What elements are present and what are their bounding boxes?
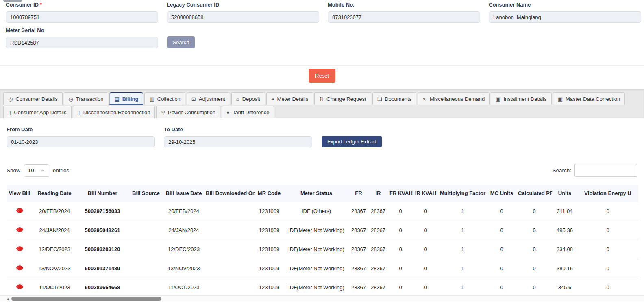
column-header-ir-kvah: IR KVAH — [413, 185, 438, 202]
cell-mc-units: 0 — [487, 221, 516, 240]
cell-multiplying-factor: 1 — [438, 259, 487, 278]
tab-label: Installment Details — [503, 96, 546, 102]
tab-label: Deposit — [242, 96, 260, 102]
cell-multiplying-factor: 1 — [438, 240, 487, 259]
tab-transaction[interactable]: ◷Transaction — [64, 92, 109, 105]
tab-consumer-app-details[interactable]: ▯Consumer App Details — [3, 106, 72, 118]
cell-reading-date: 20/FEB/2024 — [33, 202, 76, 221]
cell-multiplying-factor: 1 — [438, 221, 487, 240]
cell-ir-kvah: 0 — [413, 278, 438, 297]
column-header-units: Units — [552, 185, 577, 202]
cell-bill-source — [128, 240, 163, 259]
export-ledger-extract-button[interactable]: Export Ledger Extract — [322, 136, 382, 147]
view-bill-eye-icon[interactable] — [16, 265, 23, 270]
consumer-id-label-text: Consumer ID — [6, 2, 39, 8]
cell-multiplying-factor: 1 — [438, 202, 487, 221]
tab-tariff-difference[interactable]: ●Tariff Difference — [222, 106, 274, 118]
from-date-label: From Date — [7, 126, 155, 132]
consumer-id-label: Consumer ID* — [6, 2, 158, 8]
tab-label: Consumer App Details — [14, 109, 66, 115]
collection-icon: ▥ — [149, 96, 154, 102]
mobile-no-input[interactable] — [328, 11, 480, 23]
tab-label: Power Consumption — [168, 109, 215, 115]
gauge-icon: ◕ — [271, 96, 274, 102]
view-bill-cell — [7, 240, 33, 259]
column-header-fr: FR — [349, 185, 368, 202]
table-search-label: Search: — [552, 167, 571, 174]
show-label: Show — [7, 167, 20, 174]
tab-label: Collection — [157, 96, 181, 102]
column-header-reading-date: Reading Date — [33, 185, 76, 202]
from-date-input[interactable] — [7, 136, 155, 147]
scroll-left-arrow-icon[interactable]: ◂ — [7, 297, 9, 301]
scrollbar-thumb[interactable] — [11, 297, 161, 301]
cell-bill-issue-date: 13/NOV/2023 — [163, 259, 204, 278]
view-bill-eye-icon[interactable] — [16, 227, 23, 232]
consumer-search-form: Consumer ID* Legacy Consumer ID Mobile N… — [0, 0, 644, 48]
meter-serial-input[interactable] — [6, 37, 158, 48]
entries-label: entries — [53, 167, 70, 174]
billing-tab-panel: From Date To Date Export Ledger Extract … — [0, 118, 644, 297]
cell-violation-energy-units: 0 — [577, 240, 638, 259]
cell-bill-source — [128, 259, 163, 278]
view-bill-eye-icon[interactable] — [16, 208, 23, 213]
cell-meter-status: IDF(Meter Not Working) — [284, 259, 349, 278]
column-header-meter-status: Meter Status — [284, 185, 349, 202]
tab-billing[interactable]: ▤Billing — [109, 92, 143, 105]
meter-serial-label: Meter Serial No — [6, 27, 158, 33]
tab-row-secondary: ▯Consumer App Details▯Disconnection/Reco… — [3, 106, 641, 118]
tab-consumer-details[interactable]: ◎Consumer Details — [3, 92, 63, 105]
legacy-consumer-id-input[interactable] — [167, 11, 319, 23]
cell-ir-kvah: 0 — [413, 259, 438, 278]
tab-label: Meter Details — [277, 96, 309, 102]
cell-fr-kvah: 0 — [388, 240, 413, 259]
cell-violation-energy-units: 0 — [577, 221, 638, 240]
tab-miscellaneous-demand[interactable]: ∿Miscellaneous Demand — [418, 92, 490, 105]
tab-master-data-correction[interactable]: ▣Master Data Correction — [553, 92, 625, 105]
search-button[interactable]: Search — [167, 36, 195, 48]
tab-label: Billing — [122, 96, 139, 102]
tab-installment-details[interactable]: ▣Installment Details — [491, 92, 552, 105]
consumer-id-input[interactable] — [6, 11, 158, 23]
cell-fr: 28367 — [349, 221, 368, 240]
cell-calculated-pf: 0 — [516, 259, 552, 278]
tab-disconnection-reconnection[interactable]: ▯Disconnection/Reconnection — [73, 106, 155, 118]
cell-bill-number: 500289664668 — [76, 278, 128, 297]
column-header-mc-units: MC Units — [487, 185, 516, 202]
tab-collection[interactable]: ▥Collection — [144, 92, 185, 105]
to-date-input[interactable] — [164, 136, 312, 147]
reset-button[interactable]: Reset — [309, 69, 335, 83]
cell-bill-downloaded-on — [204, 240, 255, 259]
activity-icon: ∿ — [422, 96, 427, 102]
billing-table-body: 20/FEB/202450029715603320/FEB/2024123100… — [7, 202, 638, 297]
view-bill-cell — [7, 259, 33, 278]
tab-label: Transaction — [76, 96, 103, 102]
cell-bill-source — [128, 278, 163, 297]
to-date-field-group: To Date — [164, 126, 312, 147]
consumer-name-input[interactable] — [489, 11, 641, 23]
tab-adjustment[interactable]: ⊡Adjustment — [187, 92, 230, 105]
user-circle-icon: ◎ — [8, 96, 13, 102]
horizontal-scrollbar[interactable]: ◂ — [0, 295, 644, 301]
tab-deposit[interactable]: ⌂Deposit — [231, 92, 265, 105]
cell-bill-downloaded-on — [204, 202, 255, 221]
tab-change-request[interactable]: ⇅Change Request — [314, 92, 371, 105]
view-bill-eye-icon[interactable] — [16, 284, 23, 289]
cell-meter-status: IDF(Meter Not Working) — [284, 221, 349, 240]
view-bill-eye-icon[interactable] — [16, 246, 23, 251]
table-search-input[interactable] — [574, 164, 637, 177]
page-size-select[interactable]: 10 ⌄ — [24, 164, 49, 177]
cell-units: 311.04 — [552, 202, 577, 221]
column-header-calculated-pf: Calculated PF — [516, 185, 552, 202]
cell-bill-issue-date: 12/DEC/2023 — [163, 240, 204, 259]
cell-fr: 28367 — [349, 259, 368, 278]
cell-bill-source — [128, 202, 163, 221]
tab-label: Miscellaneous Demand — [430, 96, 485, 102]
tab-meter-details[interactable]: ◕Meter Details — [266, 92, 313, 105]
tab-documents[interactable]: ❏Documents — [372, 92, 416, 105]
tab-power-consumption[interactable]: ⚲Power Consumption — [156, 106, 220, 118]
cell-meter-status: IDF (Others) — [284, 202, 349, 221]
bill-icon: ▤ — [114, 96, 119, 102]
from-date-field-group: From Date — [7, 126, 155, 147]
to-date-label: To Date — [164, 126, 312, 132]
